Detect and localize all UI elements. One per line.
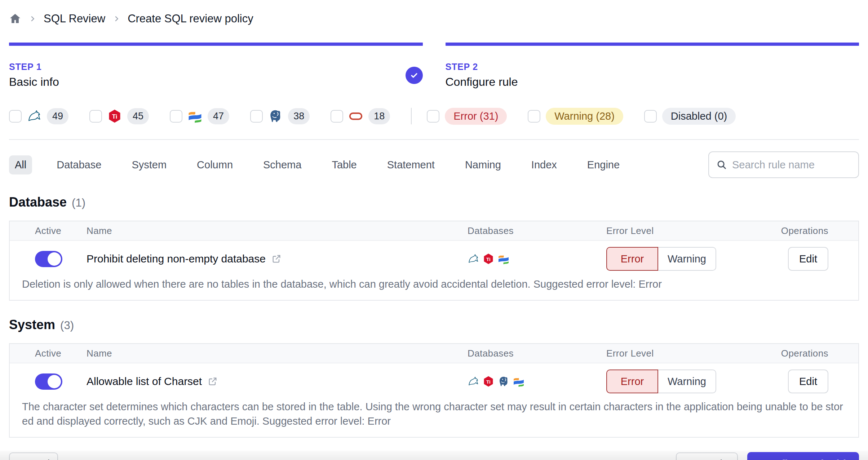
section-divider — [9, 139, 859, 140]
tab-all[interactable]: All — [9, 155, 32, 174]
warning-filter-checkbox[interactable] — [528, 110, 540, 123]
search-rule-input[interactable] — [732, 159, 851, 171]
rule-description: Deletion is only allowed when there are … — [10, 277, 858, 300]
edit-button[interactable]: Edit — [788, 247, 828, 271]
filter-disabled-level: Disabled (0) — [644, 108, 736, 125]
system-rules-table: Active Name Databases Error Level Operat… — [9, 343, 859, 438]
tidb-icon — [107, 109, 122, 123]
error-filter-checkbox[interactable] — [427, 110, 439, 123]
tab-naming[interactable]: Naming — [459, 155, 507, 174]
mysql-icon — [468, 376, 479, 387]
step-2: STEP 2 Configure rule — [446, 43, 859, 89]
disabled-filter-checkbox[interactable] — [644, 110, 657, 123]
error-level-error-button[interactable]: Error — [606, 247, 658, 271]
filter-oracle: 18 — [331, 108, 390, 124]
tab-column[interactable]: Column — [191, 155, 239, 174]
mysql-rule-count: 49 — [47, 108, 68, 124]
filter-postgresql: 38 — [250, 108, 310, 124]
bottom-page-fade — [0, 451, 868, 460]
disabled-count-badge: Disabled (0) — [662, 108, 736, 125]
external-link-icon[interactable] — [271, 254, 282, 264]
rule-database-icons — [468, 376, 606, 387]
tidb-icon — [483, 376, 494, 387]
oceanbase-icon — [188, 109, 202, 123]
rule-name: Prohibit deleting non-empty database — [87, 253, 266, 265]
breadcrumb-sql-review[interactable]: SQL Review — [44, 12, 105, 25]
step-indicator: STEP 1 Basic info STEP 2 Configure rule — [9, 43, 859, 89]
chevron-right-icon — [112, 15, 120, 23]
mysql-icon — [468, 253, 479, 265]
tab-index[interactable]: Index — [526, 155, 563, 174]
error-level-selector: Error Warning — [606, 370, 758, 393]
tab-statement[interactable]: Statement — [381, 155, 440, 174]
warning-count-badge: Warning (28) — [546, 108, 623, 125]
error-level-selector: Error Warning — [606, 247, 758, 271]
tab-database[interactable]: Database — [51, 155, 107, 174]
error-count-badge: Error (31) — [445, 108, 507, 125]
postgresql-icon — [268, 109, 283, 123]
step-1-label: STEP 1 — [9, 62, 59, 72]
column-header-name: Name — [87, 348, 468, 359]
category-tabs: All Database System Column Schema Table … — [9, 155, 625, 174]
database-section-heading: Database (1) — [9, 195, 859, 210]
column-header-name: Name — [87, 225, 468, 236]
column-header-error-level: Error Level — [606, 225, 758, 236]
table-header: Active Name Databases Error Level Operat… — [10, 221, 858, 241]
section-title: Database — [9, 195, 67, 210]
tab-system[interactable]: System — [126, 155, 172, 174]
breadcrumb: SQL Review Create SQL review policy — [9, 10, 859, 27]
table-header: Active Name Databases Error Level Operat… — [10, 344, 858, 363]
mysql-icon — [27, 109, 41, 123]
column-header-error-level: Error Level — [606, 348, 758, 359]
edit-button[interactable]: Edit — [788, 370, 828, 393]
column-header-operations: Operations — [758, 225, 858, 236]
step-1-completed-check-icon — [406, 67, 423, 84]
step-1-title: Basic info — [9, 75, 59, 89]
external-link-icon[interactable] — [208, 376, 218, 386]
step-1-progress-bar — [9, 43, 423, 46]
filter-warning-level: Warning (28) — [528, 108, 623, 125]
tab-engine[interactable]: Engine — [581, 155, 625, 174]
tab-schema[interactable]: Schema — [257, 155, 307, 174]
oceanbase-icon — [498, 253, 509, 265]
column-header-active: Active — [10, 225, 87, 236]
tidb-icon — [483, 253, 494, 265]
oracle-filter-checkbox[interactable] — [331, 110, 343, 123]
filter-mysql: 49 — [9, 108, 68, 124]
search-rule-box — [708, 151, 859, 178]
database-rules-table: Active Name Databases Error Level Operat… — [9, 221, 859, 301]
rule-active-toggle[interactable] — [35, 251, 62, 267]
table-row: Prohibit deleting non-empty database Err… — [10, 241, 858, 300]
search-icon — [716, 159, 727, 170]
breadcrumb-current-page: Create SQL review policy — [128, 12, 253, 25]
tidb-rule-count: 45 — [127, 108, 149, 124]
error-level-warning-button[interactable]: Warning — [658, 247, 716, 271]
filter-divider — [411, 108, 412, 124]
home-icon[interactable] — [9, 13, 21, 25]
table-row: Allowable list of Charset Error Warning … — [10, 363, 858, 437]
step-2-progress-bar — [446, 43, 859, 46]
rule-active-toggle[interactable] — [35, 373, 62, 390]
column-header-databases: Databases — [468, 225, 606, 236]
filter-error-level: Error (31) — [427, 108, 507, 125]
error-level-error-button[interactable]: Error — [606, 370, 658, 393]
filter-tidb: 45 — [89, 108, 149, 124]
column-header-databases: Databases — [468, 348, 606, 359]
system-section-heading: System (3) — [9, 317, 859, 332]
rule-description: The character set determines which chara… — [10, 399, 858, 437]
step-2-title: Configure rule — [446, 75, 518, 89]
tab-table[interactable]: Table — [326, 155, 362, 174]
tidb-filter-checkbox[interactable] — [89, 110, 102, 123]
step-2-label: STEP 2 — [446, 62, 518, 72]
oracle-icon — [349, 109, 363, 123]
section-title: System — [9, 317, 55, 332]
postgresql-rule-count: 38 — [288, 108, 310, 124]
column-header-active: Active — [10, 348, 87, 359]
category-tabs-row: All Database System Column Schema Table … — [9, 151, 859, 178]
mysql-filter-checkbox[interactable] — [9, 110, 22, 123]
oceanbase-filter-checkbox[interactable] — [170, 110, 182, 123]
oracle-rule-count: 18 — [368, 108, 390, 124]
error-level-warning-button[interactable]: Warning — [658, 370, 716, 393]
oceanbase-rule-count: 47 — [208, 108, 229, 124]
postgresql-filter-checkbox[interactable] — [250, 110, 263, 123]
